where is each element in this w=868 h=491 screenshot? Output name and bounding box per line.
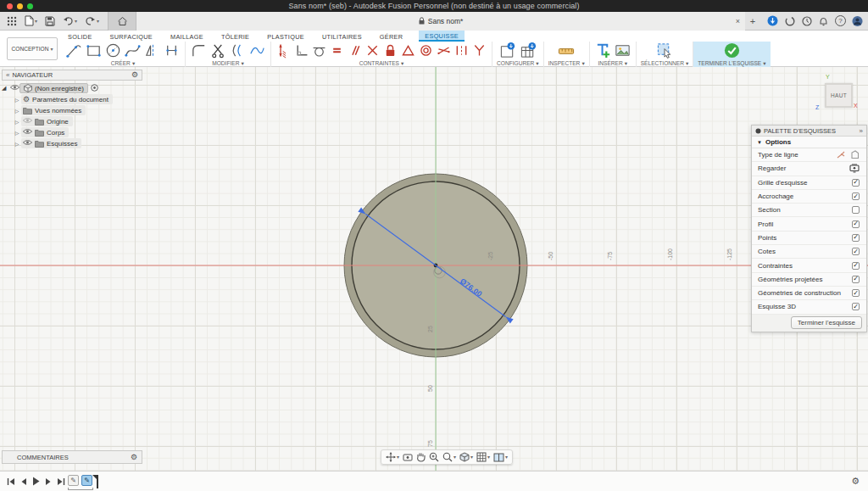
viewports-icon[interactable]: ▾	[493, 453, 508, 462]
points-checkbox[interactable]: ✓	[852, 234, 860, 242]
root-expand-icon[interactable]: ◢	[2, 85, 10, 92]
browser-settings-gear-icon[interactable]: ⚙	[131, 71, 138, 79]
tab-plastique[interactable]: PLASTIQUE	[265, 31, 306, 42]
construction-geometries-checkbox[interactable]: ✓	[852, 289, 860, 297]
equal-constraint-icon[interactable]	[329, 42, 345, 59]
comments-bar[interactable]: COMMENTAIRES ⚙	[2, 450, 142, 464]
parallel-constraint-icon[interactable]	[347, 42, 363, 59]
collinear-constraint-icon[interactable]	[436, 42, 452, 59]
insert-text-icon[interactable]	[594, 42, 612, 59]
timeline-step-back-icon[interactable]	[20, 477, 27, 486]
group-label-insert[interactable]: INSÉRER▾	[598, 59, 627, 67]
redo-icon[interactable]: ▾	[85, 16, 99, 25]
close-tab-icon[interactable]: ×	[736, 17, 740, 25]
file-menu-icon[interactable]: ▾	[25, 15, 37, 26]
display-settings-icon[interactable]: ▾	[459, 452, 473, 462]
projected-geometries-checkbox[interactable]: ✓	[852, 276, 860, 283]
timeline-feature-sketch2-active[interactable]: ✎	[81, 475, 92, 486]
tab-surfacique[interactable]: SURFACIQUE	[108, 31, 154, 42]
group-label-configure[interactable]: CONFIGURER▾	[497, 59, 539, 67]
circle-tool-icon[interactable]	[104, 42, 122, 59]
tree-item-sketches[interactable]: ▷ Esquisses	[2, 138, 142, 148]
timeline-skip-start-icon[interactable]	[7, 477, 15, 486]
zoom-icon[interactable]	[429, 452, 439, 462]
comments-settings-gear-icon[interactable]: ⚙	[131, 454, 137, 461]
group-label-select[interactable]: SÉLECTIONNER▾	[641, 59, 689, 67]
profile-checkbox[interactable]: ✓	[852, 220, 860, 228]
finish-sketch-check-icon[interactable]	[723, 42, 741, 59]
curvature-constraint-icon[interactable]	[471, 42, 487, 59]
orbit-icon[interactable]: ▾	[386, 452, 399, 462]
section-collapse-icon[interactable]: ▼	[757, 140, 762, 145]
timeline-playhead[interactable]	[97, 475, 98, 488]
sketch-dimension-icon[interactable]	[275, 42, 292, 59]
browser-panel-header[interactable]: « NAVIGATEUR ⚙	[2, 70, 142, 81]
group-label-constraints[interactable]: CONTRAINTES▾	[359, 59, 404, 67]
sketch-grid-checkbox[interactable]: ✓	[852, 179, 860, 187]
dimensions-checkbox[interactable]: ✓	[852, 248, 860, 255]
centerline-icon[interactable]	[837, 150, 846, 159]
viewcube-top-face[interactable]: HAUT	[825, 83, 853, 108]
project-curve-icon[interactable]	[248, 42, 266, 59]
symmetry-constraint-icon[interactable]	[453, 42, 470, 59]
configure-table-icon[interactable]	[519, 42, 537, 59]
tab-gerer[interactable]: GÉRER	[378, 31, 404, 42]
tree-item-origin[interactable]: ▷ Origine	[2, 116, 142, 126]
coincident-constraint-icon[interactable]	[364, 42, 381, 59]
mirror-tool-icon[interactable]	[143, 42, 161, 59]
notifications-bell-icon[interactable]	[818, 15, 829, 26]
snap-checkbox[interactable]: ✓	[852, 192, 860, 200]
undo-icon[interactable]: ▾	[63, 16, 77, 25]
concentric-constraint-icon[interactable]	[418, 42, 434, 59]
timeline-play-icon[interactable]	[32, 477, 40, 486]
tab-maillage[interactable]: MAILLAGE	[169, 31, 205, 42]
slice-checkbox[interactable]	[852, 206, 860, 214]
rectangle-tool-icon[interactable]	[85, 42, 103, 59]
sketch-palette-header[interactable]: PALETTE D'ESQUISSES »	[752, 126, 866, 137]
group-label-finish-sketch[interactable]: TERMINER L'ESQUISSE▾	[698, 59, 765, 67]
tab-tolerie[interactable]: TÔLERIE	[220, 31, 251, 42]
grid-settings-icon[interactable]: ▾	[476, 452, 490, 462]
tab-solide[interactable]: SOLIDE	[66, 31, 94, 42]
document-tab[interactable]: Sans nom* ×	[136, 12, 745, 31]
offset-tool-icon[interactable]	[229, 42, 247, 59]
save-icon[interactable]	[45, 16, 55, 26]
look-at-view-icon[interactable]	[403, 453, 413, 462]
insert-image-icon[interactable]	[614, 42, 632, 59]
workspace-selector[interactable]: CONCEPTION▾	[7, 37, 58, 60]
home-tab[interactable]	[108, 12, 136, 31]
eye-icon[interactable]	[23, 128, 32, 137]
3d-sketch-checkbox[interactable]: ✓	[852, 303, 860, 310]
tree-item-document-settings[interactable]: ▷ ⚙Paramètres du document	[2, 94, 142, 104]
constraints-checkbox[interactable]: ✓	[852, 262, 860, 270]
tab-utilitaires[interactable]: UTILITAIRES	[320, 31, 364, 42]
timeline-settings-gear-icon[interactable]: ⚙	[851, 476, 860, 487]
group-label-create[interactable]: CRÉER▾	[111, 59, 135, 67]
spline-tool-icon[interactable]	[124, 42, 142, 59]
timeline-skip-end-icon[interactable]	[57, 477, 65, 486]
timeline-step-forward-icon[interactable]	[45, 477, 52, 486]
look-at-icon[interactable]	[849, 164, 860, 173]
root-eye-icon[interactable]	[10, 84, 19, 92]
root-document-label[interactable]: (Non enregistré)	[35, 85, 84, 92]
fillet-tool-icon[interactable]	[190, 42, 208, 59]
pan-icon[interactable]	[416, 452, 426, 462]
user-avatar[interactable]	[852, 15, 863, 26]
tangent-constraint-icon[interactable]	[311, 42, 327, 59]
perpendicular-constraint-icon[interactable]	[293, 42, 309, 59]
midpoint-constraint-icon[interactable]	[400, 42, 416, 59]
expand-panel-icon[interactable]: »	[860, 127, 863, 135]
line-tool-icon[interactable]	[65, 42, 83, 59]
fix-constraint-icon[interactable]	[382, 42, 398, 59]
tree-item-bodies[interactable]: ▷ Corps	[2, 127, 142, 137]
measure-tool-icon[interactable]	[557, 42, 576, 59]
group-label-inspect[interactable]: INSPECTER▾	[548, 59, 585, 67]
eye-icon[interactable]	[23, 139, 32, 148]
view-cube[interactable]: Y HAUT Z X	[817, 76, 858, 114]
fit-icon[interactable]: ▾	[442, 452, 456, 462]
trim-tool-icon[interactable]	[209, 42, 227, 59]
activate-component-icon[interactable]	[91, 84, 98, 93]
timeline-feature-sketch1[interactable]: ✎	[68, 475, 79, 486]
eye-icon[interactable]	[23, 117, 32, 126]
window-close-button[interactable]	[7, 3, 13, 9]
